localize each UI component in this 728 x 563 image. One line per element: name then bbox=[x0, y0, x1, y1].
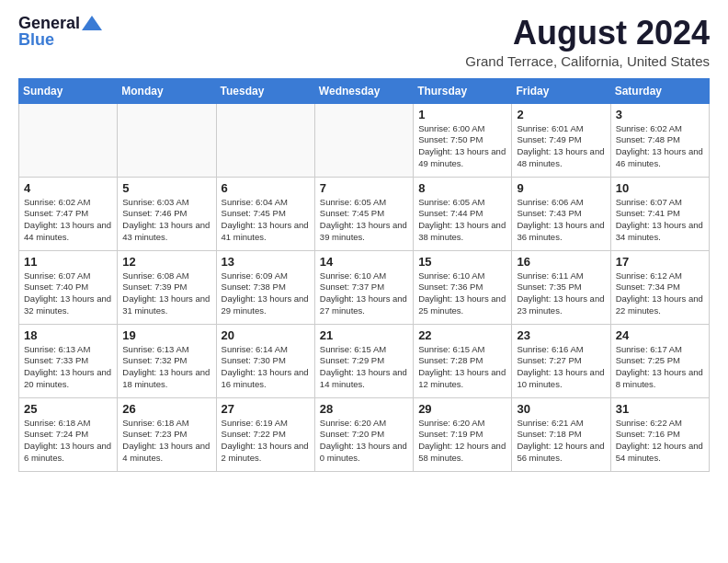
day-number: 25 bbox=[24, 402, 112, 416]
calendar-cell: 7Sunrise: 6:05 AM Sunset: 7:45 PM Daylig… bbox=[314, 177, 413, 250]
day-number: 21 bbox=[320, 328, 408, 342]
calendar-cell: 10Sunrise: 6:07 AM Sunset: 7:41 PM Dayli… bbox=[610, 177, 709, 250]
cell-info: Sunrise: 6:10 AM Sunset: 7:36 PM Dayligh… bbox=[418, 270, 506, 317]
day-header-friday: Friday bbox=[512, 78, 610, 103]
cell-info: Sunrise: 6:12 AM Sunset: 7:34 PM Dayligh… bbox=[616, 270, 704, 317]
cell-info: Sunrise: 6:18 AM Sunset: 7:23 PM Dayligh… bbox=[122, 418, 210, 465]
day-number: 26 bbox=[122, 402, 210, 416]
calendar-cell: 6Sunrise: 6:04 AM Sunset: 7:45 PM Daylig… bbox=[216, 177, 314, 250]
day-number: 27 bbox=[222, 402, 310, 416]
calendar-cell: 3Sunrise: 6:02 AM Sunset: 7:48 PM Daylig… bbox=[610, 103, 709, 177]
location-subtitle: Grand Terrace, California, United States bbox=[465, 53, 710, 69]
calendar-cell: 21Sunrise: 6:15 AM Sunset: 7:29 PM Dayli… bbox=[314, 324, 413, 397]
day-number: 5 bbox=[122, 181, 210, 195]
day-number: 30 bbox=[517, 402, 605, 416]
cell-info: Sunrise: 6:18 AM Sunset: 7:24 PM Dayligh… bbox=[24, 418, 112, 465]
calendar-cell: 4Sunrise: 6:02 AM Sunset: 7:47 PM Daylig… bbox=[19, 177, 118, 250]
page-header: General Blue August 2024 Grand Terrace, … bbox=[18, 15, 710, 69]
days-header-row: SundayMondayTuesdayWednesdayThursdayFrid… bbox=[19, 78, 710, 103]
day-header-wednesday: Wednesday bbox=[314, 78, 413, 103]
day-number: 3 bbox=[616, 108, 704, 121]
day-number: 15 bbox=[418, 255, 506, 269]
title-area: August 2024 Grand Terrace, California, U… bbox=[465, 15, 710, 69]
calendar-cell: 14Sunrise: 6:10 AM Sunset: 7:37 PM Dayli… bbox=[314, 250, 413, 324]
cell-info: Sunrise: 6:05 AM Sunset: 7:45 PM Dayligh… bbox=[320, 197, 408, 244]
calendar-cell: 17Sunrise: 6:12 AM Sunset: 7:34 PM Dayli… bbox=[610, 250, 709, 324]
calendar-table: SundayMondayTuesdayWednesdayThursdayFrid… bbox=[18, 78, 710, 472]
calendar-cell: 16Sunrise: 6:11 AM Sunset: 7:35 PM Dayli… bbox=[512, 250, 610, 324]
day-number: 22 bbox=[418, 328, 506, 342]
day-number: 18 bbox=[24, 328, 112, 342]
calendar-cell: 1Sunrise: 6:00 AM Sunset: 7:50 PM Daylig… bbox=[414, 103, 512, 177]
cell-info: Sunrise: 6:22 AM Sunset: 7:16 PM Dayligh… bbox=[616, 418, 704, 465]
day-number: 20 bbox=[222, 328, 310, 342]
day-header-monday: Monday bbox=[118, 78, 216, 103]
day-number: 14 bbox=[320, 255, 408, 269]
cell-info: Sunrise: 6:01 AM Sunset: 7:49 PM Dayligh… bbox=[517, 123, 605, 170]
cell-info: Sunrise: 6:06 AM Sunset: 7:43 PM Dayligh… bbox=[517, 197, 605, 244]
calendar-cell: 26Sunrise: 6:18 AM Sunset: 7:23 PM Dayli… bbox=[118, 397, 216, 471]
day-number: 16 bbox=[517, 255, 605, 269]
day-number: 28 bbox=[320, 402, 408, 416]
cell-info: Sunrise: 6:11 AM Sunset: 7:35 PM Dayligh… bbox=[517, 270, 605, 317]
day-number: 31 bbox=[616, 402, 704, 416]
cell-info: Sunrise: 6:15 AM Sunset: 7:29 PM Dayligh… bbox=[320, 344, 408, 391]
month-title: August 2024 bbox=[465, 15, 710, 52]
calendar-cell: 12Sunrise: 6:08 AM Sunset: 7:39 PM Dayli… bbox=[118, 250, 216, 324]
day-number: 4 bbox=[24, 181, 112, 195]
svg-marker-0 bbox=[82, 16, 102, 30]
cell-info: Sunrise: 6:07 AM Sunset: 7:40 PM Dayligh… bbox=[24, 270, 112, 317]
day-header-saturday: Saturday bbox=[610, 78, 709, 103]
calendar-cell bbox=[314, 103, 413, 177]
logo: General Blue bbox=[18, 15, 102, 50]
cell-info: Sunrise: 6:13 AM Sunset: 7:33 PM Dayligh… bbox=[24, 344, 112, 391]
calendar-cell: 22Sunrise: 6:15 AM Sunset: 7:28 PM Dayli… bbox=[414, 324, 512, 397]
cell-info: Sunrise: 6:03 AM Sunset: 7:46 PM Dayligh… bbox=[122, 197, 210, 244]
day-header-tuesday: Tuesday bbox=[216, 78, 314, 103]
day-number: 13 bbox=[222, 255, 310, 269]
cell-info: Sunrise: 6:15 AM Sunset: 7:28 PM Dayligh… bbox=[418, 344, 506, 391]
calendar-cell: 15Sunrise: 6:10 AM Sunset: 7:36 PM Dayli… bbox=[414, 250, 512, 324]
calendar-cell: 31Sunrise: 6:22 AM Sunset: 7:16 PM Dayli… bbox=[610, 397, 709, 471]
day-number: 2 bbox=[517, 108, 605, 121]
cell-info: Sunrise: 6:13 AM Sunset: 7:32 PM Dayligh… bbox=[122, 344, 210, 391]
cell-info: Sunrise: 6:02 AM Sunset: 7:48 PM Dayligh… bbox=[616, 123, 704, 170]
day-number: 12 bbox=[122, 255, 210, 269]
cell-info: Sunrise: 6:17 AM Sunset: 7:25 PM Dayligh… bbox=[616, 344, 704, 391]
calendar-cell: 13Sunrise: 6:09 AM Sunset: 7:38 PM Dayli… bbox=[216, 250, 314, 324]
cell-info: Sunrise: 6:14 AM Sunset: 7:30 PM Dayligh… bbox=[222, 344, 310, 391]
cell-info: Sunrise: 6:20 AM Sunset: 7:19 PM Dayligh… bbox=[418, 418, 506, 465]
calendar-cell: 28Sunrise: 6:20 AM Sunset: 7:20 PM Dayli… bbox=[314, 397, 413, 471]
cell-info: Sunrise: 6:19 AM Sunset: 7:22 PM Dayligh… bbox=[222, 418, 310, 465]
calendar-cell: 9Sunrise: 6:06 AM Sunset: 7:43 PM Daylig… bbox=[512, 177, 610, 250]
day-number: 10 bbox=[616, 181, 704, 195]
logo-blue: Blue bbox=[18, 31, 54, 50]
calendar-week-4: 18Sunrise: 6:13 AM Sunset: 7:33 PM Dayli… bbox=[19, 324, 710, 397]
calendar-week-1: 1Sunrise: 6:00 AM Sunset: 7:50 PM Daylig… bbox=[19, 103, 710, 177]
logo-icon bbox=[82, 16, 102, 30]
calendar-cell bbox=[216, 103, 314, 177]
cell-info: Sunrise: 6:08 AM Sunset: 7:39 PM Dayligh… bbox=[122, 270, 210, 317]
cell-info: Sunrise: 6:20 AM Sunset: 7:20 PM Dayligh… bbox=[320, 418, 408, 465]
day-number: 24 bbox=[616, 328, 704, 342]
day-number: 17 bbox=[616, 255, 704, 269]
day-number: 6 bbox=[222, 181, 310, 195]
cell-info: Sunrise: 6:05 AM Sunset: 7:44 PM Dayligh… bbox=[418, 197, 506, 244]
day-number: 23 bbox=[517, 328, 605, 342]
cell-info: Sunrise: 6:00 AM Sunset: 7:50 PM Dayligh… bbox=[418, 123, 506, 170]
day-number: 1 bbox=[418, 108, 506, 121]
calendar-cell: 20Sunrise: 6:14 AM Sunset: 7:30 PM Dayli… bbox=[216, 324, 314, 397]
cell-info: Sunrise: 6:16 AM Sunset: 7:27 PM Dayligh… bbox=[517, 344, 605, 391]
day-header-sunday: Sunday bbox=[19, 78, 118, 103]
day-number: 11 bbox=[24, 255, 112, 269]
calendar-cell bbox=[19, 103, 118, 177]
cell-info: Sunrise: 6:21 AM Sunset: 7:18 PM Dayligh… bbox=[517, 418, 605, 465]
cell-info: Sunrise: 6:02 AM Sunset: 7:47 PM Dayligh… bbox=[24, 197, 112, 244]
calendar-week-2: 4Sunrise: 6:02 AM Sunset: 7:47 PM Daylig… bbox=[19, 177, 710, 250]
calendar-cell: 24Sunrise: 6:17 AM Sunset: 7:25 PM Dayli… bbox=[610, 324, 709, 397]
calendar-cell: 27Sunrise: 6:19 AM Sunset: 7:22 PM Dayli… bbox=[216, 397, 314, 471]
calendar-week-3: 11Sunrise: 6:07 AM Sunset: 7:40 PM Dayli… bbox=[19, 250, 710, 324]
calendar-cell: 23Sunrise: 6:16 AM Sunset: 7:27 PM Dayli… bbox=[512, 324, 610, 397]
calendar-cell: 8Sunrise: 6:05 AM Sunset: 7:44 PM Daylig… bbox=[414, 177, 512, 250]
calendar-cell: 25Sunrise: 6:18 AM Sunset: 7:24 PM Dayli… bbox=[19, 397, 118, 471]
